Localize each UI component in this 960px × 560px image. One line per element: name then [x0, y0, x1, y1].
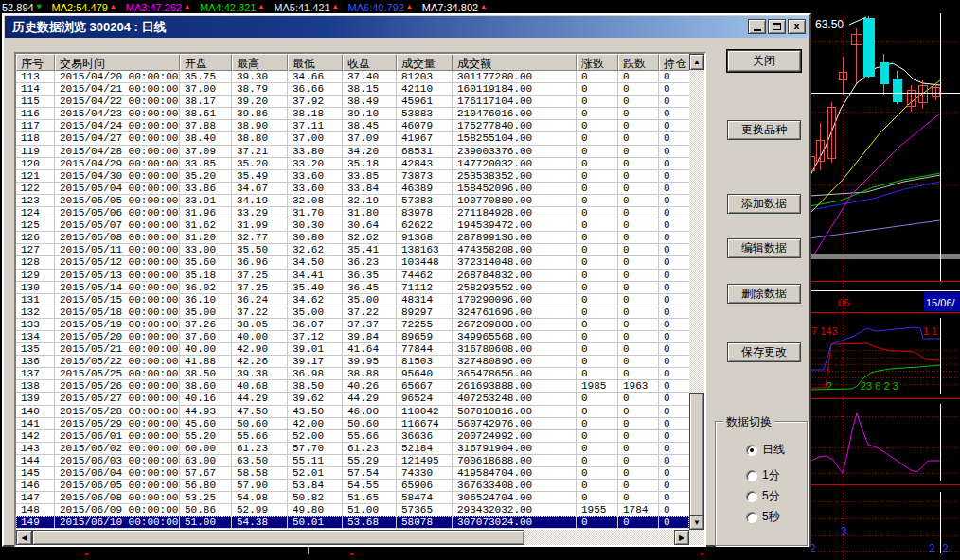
- add-data-button[interactable]: 添加数据: [727, 194, 801, 214]
- table-row[interactable]: 1332015/05/19 00:00:0037.2638.0536.0737.…: [16, 319, 689, 331]
- table-row[interactable]: 1472015/06/08 00:00:0053.2554.9850.8251.…: [16, 492, 689, 504]
- table-row[interactable]: 1422015/06/01 00:00:0055.2055.6652.0055.…: [16, 430, 689, 443]
- maximize-button[interactable]: [768, 19, 786, 34]
- table-row[interactable]: 1362015/05/22 00:00:0041.8842.2639.1739.…: [16, 356, 689, 368]
- column-header[interactable]: 成交额: [453, 54, 577, 71]
- radio-option-4[interactable]: 5秒: [746, 509, 780, 525]
- column-header[interactable]: 交易时间: [55, 54, 180, 71]
- table-cell: 210476016.00: [453, 108, 577, 119]
- table-row[interactable]: 1212015/04/30 00:00:0035.2035.4933.6033.…: [16, 170, 689, 183]
- table-row[interactable]: 1312015/05/15 00:00:0036.1036.2434.6235.…: [16, 294, 689, 306]
- radio-icon[interactable]: [746, 445, 757, 456]
- indicator-item: MA5:41.421▲: [274, 2, 339, 13]
- vertical-scrollbar[interactable]: ▲ ▼: [689, 54, 704, 530]
- table-row[interactable]: 1322015/05/18 00:00:0035.0037.2235.0037.…: [16, 306, 689, 319]
- table-row[interactable]: 1232015/05/05 00:00:0033.9134.1932.0832.…: [16, 195, 689, 207]
- column-header[interactable]: 最低: [288, 54, 343, 71]
- minimize-button[interactable]: [748, 19, 766, 34]
- horizontal-scroll-thumb[interactable]: [32, 530, 524, 545]
- radio-icon[interactable]: [746, 470, 757, 481]
- table-row[interactable]: 1292015/05/13 00:00:0035.1837.2534.4136.…: [16, 270, 689, 282]
- table-cell: 39.10: [343, 108, 397, 119]
- table-row[interactable]: 1382015/05/26 00:00:0038.6040.6838.5040.…: [16, 380, 689, 393]
- table-cell: 2015/05/04 00:00:00: [55, 183, 180, 194]
- change-symbol-button[interactable]: 更换品种: [727, 120, 801, 140]
- edit-data-button[interactable]: 编辑数据: [727, 238, 801, 258]
- table-body[interactable]: 1132015/04/20 00:00:0035.7539.3034.6637.…: [16, 71, 689, 530]
- radio-label: 日线: [762, 442, 785, 458]
- scroll-up-button[interactable]: ▲: [689, 54, 704, 70]
- scroll-left-button[interactable]: ◀: [16, 530, 32, 545]
- table-cell: 0: [618, 319, 659, 330]
- save-changes-button[interactable]: 保存更改: [727, 342, 801, 362]
- table-cell: 32.77: [232, 232, 288, 243]
- table-row[interactable]: 1402015/05/28 00:00:0044.9347.5043.5046.…: [16, 406, 689, 418]
- table-row[interactable]: 1492015/06/10 00:00:0051.0054.3850.0153.…: [16, 516, 689, 529]
- table-row[interactable]: 1412015/05/29 00:00:0045.6050.6042.0050.…: [16, 418, 689, 430]
- table-row[interactable]: 1142015/04/21 00:00:0037.0038.7936.6638.…: [16, 83, 689, 96]
- scroll-right-button[interactable]: ▶: [674, 530, 689, 545]
- column-header[interactable]: 开盘: [180, 54, 232, 71]
- horizontal-scrollbar[interactable]: ◀ ▶: [16, 530, 704, 545]
- table-row[interactable]: 1432015/06/02 00:00:0060.0061.2357.7061.…: [16, 443, 689, 455]
- table-row[interactable]: 1202015/04/29 00:00:0033.8535.2033.2035.…: [16, 158, 689, 170]
- column-header[interactable]: 成交量: [397, 54, 453, 71]
- table-row[interactable]: 1162015/04/23 00:00:0038.6139.8638.1839.…: [16, 108, 689, 120]
- dialog-titlebar[interactable]: 历史数据浏览 300204 : 日线 x: [5, 16, 809, 38]
- table-cell: 124: [16, 207, 55, 219]
- table-cell: 65667: [397, 380, 453, 392]
- scroll-down-button[interactable]: ▼: [689, 515, 704, 530]
- table-row[interactable]: 1252015/05/07 00:00:0031.6231.9930.3030.…: [16, 219, 689, 232]
- table-cell: 36.45: [343, 282, 397, 293]
- table-row[interactable]: 1352015/05/21 00:00:0040.0042.9039.0141.…: [16, 343, 689, 356]
- delete-data-button[interactable]: 删除数据: [727, 284, 801, 304]
- table-row[interactable]: 1482015/06/09 00:00:0050.8652.9949.8051.…: [16, 504, 689, 516]
- close-icon: x: [793, 22, 799, 31]
- column-header[interactable]: 最高: [232, 54, 288, 71]
- table-cell: 35.20: [180, 170, 232, 182]
- table-row[interactable]: 1342015/05/20 00:00:0037.6040.0037.1239.…: [16, 331, 689, 343]
- table-cell: 61.23: [232, 443, 288, 454]
- table-cell: 53.84: [288, 480, 343, 491]
- table-row[interactable]: 1242015/05/06 00:00:0031.9633.2931.7031.…: [16, 207, 689, 219]
- table-row[interactable]: 1152015/04/22 00:00:0038.1739.2037.9238.…: [16, 96, 689, 108]
- table-row[interactable]: 1372015/05/25 00:00:0038.5039.3836.9838.…: [16, 368, 689, 380]
- table-row[interactable]: 1442015/06/03 00:00:0063.0063.5055.1155.…: [16, 455, 689, 467]
- table-row[interactable]: 1462015/06/05 00:00:0056.8057.9053.8454.…: [16, 480, 689, 492]
- table-cell: 44.29: [232, 393, 288, 404]
- column-header[interactable]: 收盘: [343, 54, 397, 71]
- table-row[interactable]: 1182015/04/27 00:00:0038.4038.8037.0037.…: [16, 132, 689, 145]
- close-button[interactable]: 关闭: [727, 50, 801, 72]
- radio-icon[interactable]: [746, 512, 757, 523]
- vertical-scroll-thumb[interactable]: [689, 393, 704, 517]
- table-row[interactable]: 1272015/05/11 00:00:0033.0035.5032.6235.…: [16, 244, 689, 256]
- table-row[interactable]: 1262015/05/08 00:00:0031.2032.7730.8032.…: [16, 232, 689, 244]
- column-header[interactable]: 持仓: [659, 54, 689, 71]
- table-cell: 0: [659, 393, 689, 404]
- table-row[interactable]: 1222015/05/04 00:00:0033.8634.6733.6033.…: [16, 183, 689, 195]
- table-cell: 0: [618, 393, 659, 404]
- table-row[interactable]: 1132015/04/20 00:00:0035.7539.3034.6637.…: [16, 71, 689, 83]
- table-row[interactable]: 1392015/05/27 00:00:0040.1644.2939.6244.…: [16, 393, 689, 405]
- close-window-button[interactable]: x: [788, 19, 806, 34]
- table-cell: 43.50: [288, 406, 343, 417]
- column-header[interactable]: 涨数: [577, 54, 618, 71]
- table-row[interactable]: 1172015/04/24 00:00:0037.8838.9037.1138.…: [16, 120, 689, 132]
- table-cell: 2015/06/01 00:00:00: [55, 430, 180, 442]
- table-row[interactable]: 1282015/05/12 00:00:0035.6036.9634.5036.…: [16, 256, 689, 269]
- table-row[interactable]: 1452015/06/04 00:00:0057.6758.5852.0157.…: [16, 467, 689, 480]
- table-row[interactable]: 1302015/05/14 00:00:0036.0237.2535.4036.…: [16, 282, 689, 294]
- table-cell: 45.60: [180, 418, 232, 429]
- table-cell: 63.50: [232, 455, 288, 466]
- radio-option-2[interactable]: 1分: [746, 467, 780, 483]
- column-header[interactable]: 跌数: [618, 54, 659, 71]
- table-cell: 316780608.00: [453, 343, 577, 355]
- history-data-dialog: 历史数据浏览 300204 : 日线 x 序号交易时间开盘最高最低收盘成交量成交…: [2, 13, 811, 547]
- column-header[interactable]: 序号: [16, 54, 55, 71]
- table-cell: 38.40: [180, 132, 232, 144]
- table-cell: 0: [659, 120, 689, 131]
- radio-option-1[interactable]: 日线: [746, 442, 785, 458]
- table-row[interactable]: 1192015/04/28 00:00:0037.0937.2133.8034.…: [16, 146, 689, 158]
- radio-icon[interactable]: [746, 491, 757, 502]
- radio-option-3[interactable]: 5分: [746, 488, 780, 504]
